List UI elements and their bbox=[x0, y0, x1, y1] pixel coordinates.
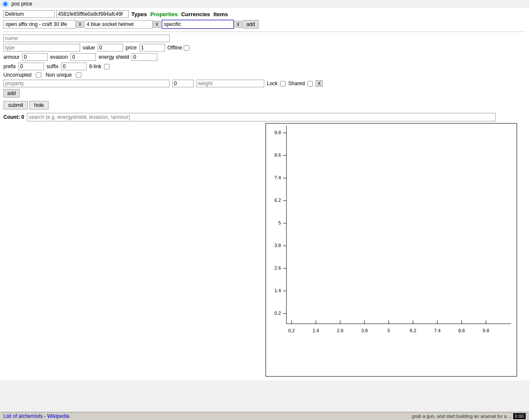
lock-label: Lock bbox=[267, 81, 278, 86]
shared-label: Shared bbox=[288, 81, 305, 86]
price-label: price bbox=[126, 45, 137, 51]
y-label-3.8: 3.8 bbox=[275, 243, 281, 248]
filter-input-1[interactable] bbox=[3, 20, 76, 29]
weight-input[interactable] bbox=[196, 80, 264, 87]
y-label-7.4: 7.4 bbox=[275, 175, 281, 180]
y-label-8.6: 8.6 bbox=[275, 152, 281, 158]
property-input[interactable] bbox=[3, 80, 170, 87]
y-label-9.8: 9.8 bbox=[275, 130, 281, 135]
count-row: Count: 0 bbox=[3, 113, 526, 121]
lock-checkbox[interactable] bbox=[280, 81, 286, 86]
y-label-2.6: 2.6 bbox=[275, 265, 281, 270]
value-input[interactable] bbox=[98, 44, 123, 52]
prefix-input[interactable] bbox=[18, 63, 44, 70]
league-row: Types Properties Currencies Items bbox=[3, 10, 526, 18]
non-unique-label: Non unique bbox=[46, 72, 72, 78]
property-x-btn[interactable]: X bbox=[315, 80, 323, 87]
evasion-label: evasion bbox=[50, 54, 68, 60]
x-label-3.8: 3.8 bbox=[361, 328, 367, 333]
tab-links: Types Properties Currencies Items bbox=[130, 11, 229, 17]
y-label-0.2: 0.2 bbox=[275, 311, 281, 316]
y-label-6.2: 6.2 bbox=[275, 198, 281, 203]
non-unique-checkbox[interactable] bbox=[76, 72, 81, 78]
x-label-2.6: 2.6 bbox=[337, 328, 343, 333]
suffix-label: suffix bbox=[46, 63, 58, 69]
filter-row: X X X add bbox=[3, 20, 526, 29]
y-label-1.4: 1.4 bbox=[275, 288, 281, 293]
price-input[interactable] bbox=[139, 44, 165, 52]
tab-items[interactable]: Items bbox=[213, 11, 229, 17]
filter-x-btn-1[interactable]: X bbox=[76, 21, 84, 28]
name-input[interactable] bbox=[3, 35, 170, 42]
add-property-button[interactable]: add bbox=[3, 89, 20, 98]
offline-label: Offline bbox=[168, 45, 182, 51]
y-label-5: 5 bbox=[278, 220, 281, 225]
search-input[interactable] bbox=[27, 113, 496, 121]
chart-svg: 9.8 8.6 7.4 6.2 5 3.8 2.6 1.4 0.2 0.2 bbox=[266, 123, 517, 377]
armour-row: armour evasion energy shield bbox=[3, 53, 526, 61]
uncorrupted-row: Uncorrupted Non unique bbox=[3, 72, 526, 78]
six-link-label: 6-link bbox=[89, 63, 101, 69]
armour-label: armour bbox=[3, 54, 20, 60]
armour-input[interactable] bbox=[22, 53, 48, 61]
submit-button[interactable]: submit bbox=[3, 101, 28, 109]
filter-tag-2: X bbox=[84, 20, 160, 29]
prefix-label: prefix bbox=[3, 63, 16, 69]
x-label-8.6: 8.6 bbox=[458, 328, 465, 333]
filter-tag-3: X bbox=[162, 20, 242, 29]
filter-x-btn-3[interactable]: X bbox=[234, 21, 242, 28]
prefix-row: prefix suffix 6-link bbox=[3, 63, 526, 70]
type-input[interactable] bbox=[3, 44, 80, 52]
shared-checkbox[interactable] bbox=[307, 81, 313, 86]
six-link-checkbox[interactable] bbox=[104, 64, 110, 69]
radio-row: pos price bbox=[0, 0, 529, 8]
filter-tag-1: X bbox=[3, 20, 84, 29]
pos-price-radio[interactable] bbox=[3, 1, 8, 7]
hide-button[interactable]: hide bbox=[29, 101, 49, 109]
value-label: value bbox=[83, 45, 95, 51]
name-row bbox=[3, 35, 526, 42]
hash-input[interactable] bbox=[56, 10, 129, 18]
prop-value-input[interactable] bbox=[172, 80, 194, 87]
filter-input-3[interactable] bbox=[162, 20, 234, 29]
tab-types[interactable]: Types bbox=[130, 11, 148, 17]
energy-shield-label: energy shield bbox=[98, 54, 129, 60]
x-label-5: 5 bbox=[387, 328, 390, 333]
x-label-6.2: 6.2 bbox=[410, 328, 416, 333]
x-label-7.4: 7.4 bbox=[434, 328, 440, 333]
energy-shield-input[interactable] bbox=[132, 53, 157, 61]
filter-add-button[interactable]: add bbox=[243, 20, 259, 29]
add-property-row: add bbox=[3, 89, 526, 98]
submit-row: submit hide bbox=[3, 101, 526, 109]
pos-price-label: pos price bbox=[12, 1, 32, 7]
form-section: value price Offline armour evasion energ… bbox=[3, 32, 526, 109]
x-label-0.2: 0.2 bbox=[288, 328, 295, 333]
filter-x-btn-2[interactable]: X bbox=[153, 21, 160, 28]
uncorrupted-checkbox[interactable] bbox=[36, 72, 41, 78]
type-value-row: value price Offline bbox=[3, 44, 526, 52]
tab-properties[interactable]: Properties bbox=[150, 11, 179, 17]
league-input[interactable] bbox=[3, 10, 55, 18]
chart-container: 9.8 8.6 7.4 6.2 5 3.8 2.6 1.4 0.2 0.2 bbox=[266, 123, 521, 378]
evasion-input[interactable] bbox=[70, 53, 96, 61]
offline-checkbox[interactable] bbox=[184, 45, 189, 51]
suffix-input[interactable] bbox=[61, 63, 87, 70]
count-label: Count: 0 bbox=[3, 114, 24, 120]
tab-currencies[interactable]: Currencies bbox=[180, 11, 211, 17]
offline-row: Offline bbox=[168, 45, 189, 51]
property-row: Lock Shared X bbox=[3, 80, 526, 87]
x-label-1.4: 1.4 bbox=[312, 328, 319, 333]
filter-input-2[interactable] bbox=[84, 20, 153, 29]
main-content: Types Properties Currencies Items X X X … bbox=[0, 8, 529, 380]
uncorrupted-label: Uncorrupted bbox=[3, 72, 32, 78]
x-label-9.8: 9.8 bbox=[483, 328, 489, 333]
